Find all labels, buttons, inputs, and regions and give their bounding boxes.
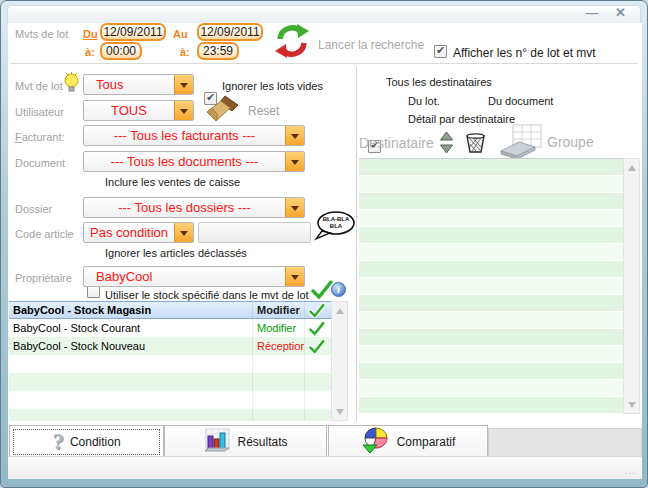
recipient-column-header: Destinataire bbox=[359, 135, 434, 151]
recipient-list[interactable] bbox=[359, 158, 623, 414]
date-to-field[interactable]: 12/09/2011 bbox=[197, 23, 263, 41]
list-item[interactable] bbox=[359, 176, 623, 193]
recipient-list-scrollbar[interactable] bbox=[623, 158, 640, 414]
document-select[interactable]: --- Tous les documents --- bbox=[83, 151, 305, 172]
list-item[interactable] bbox=[359, 261, 623, 278]
panel-divider bbox=[356, 67, 357, 421]
lightbulb-icon[interactable] bbox=[63, 72, 80, 99]
pie-chart-icon bbox=[361, 427, 391, 457]
mvt-de-lot-select[interactable]: Tous bbox=[83, 74, 194, 95]
table-row[interactable] bbox=[9, 409, 331, 421]
scroll-down-icon[interactable] bbox=[628, 402, 636, 412]
trash-icon[interactable] bbox=[464, 132, 487, 158]
focus-rect bbox=[13, 429, 160, 455]
mvt-de-lot-label: Mvt de lot bbox=[15, 80, 63, 92]
owner-select[interactable]: BabyCool bbox=[83, 266, 305, 287]
code-article-input[interactable] bbox=[198, 222, 311, 243]
time-from-field[interactable]: 00:00 bbox=[100, 42, 142, 60]
launch-search-label[interactable]: Lancer la recherche bbox=[318, 38, 424, 52]
info-icon[interactable]: i bbox=[331, 282, 346, 297]
status-bar: ... bbox=[8, 456, 642, 479]
list-item[interactable] bbox=[359, 380, 623, 397]
dossier-select[interactable]: --- Tous les dossiers --- bbox=[83, 197, 305, 218]
list-item[interactable] bbox=[359, 346, 623, 363]
svg-text:BLA: BLA bbox=[330, 223, 343, 229]
list-item[interactable] bbox=[359, 278, 623, 295]
dropdown-arrow-icon[interactable] bbox=[174, 75, 193, 94]
list-item[interactable] bbox=[359, 210, 623, 227]
du-lot-label: Du lot. bbox=[408, 95, 440, 107]
list-item[interactable] bbox=[359, 363, 623, 380]
dropdown-arrow-icon[interactable] bbox=[285, 267, 304, 286]
ignore-declassed-label: Ignorer les articles déclassés bbox=[105, 247, 247, 259]
user-label: Utilisateur bbox=[15, 106, 64, 118]
blabla-bubble-icon[interactable]: BLA-BLA BLA bbox=[314, 210, 356, 246]
document-label: Document bbox=[15, 157, 65, 169]
scroll-up-icon[interactable] bbox=[336, 304, 344, 314]
reset-brush-icon[interactable] bbox=[204, 94, 240, 128]
dropdown-arrow-icon[interactable] bbox=[285, 198, 304, 217]
list-item[interactable] bbox=[359, 329, 623, 346]
tab-resultats[interactable]: Résultats bbox=[164, 425, 327, 458]
tab-comparatif[interactable]: Comparatif bbox=[328, 425, 488, 458]
bar-chart-icon bbox=[203, 427, 231, 457]
refresh-search-icon[interactable] bbox=[272, 21, 312, 65]
svg-text:BLA-BLA: BLA-BLA bbox=[323, 216, 350, 222]
scroll-up-icon[interactable] bbox=[628, 161, 636, 171]
titlebar bbox=[7, 5, 641, 23]
dropdown-arrow-icon[interactable] bbox=[174, 101, 193, 120]
table-row[interactable] bbox=[9, 355, 331, 373]
facturant-label: Facturant: bbox=[15, 131, 65, 143]
window: — ✕ Mvts de lot Du 12/09/2011 Au 12/09/2… bbox=[0, 0, 648, 488]
owner-label: Propriétaire bbox=[15, 272, 72, 284]
dossier-label: Dossier bbox=[15, 203, 52, 215]
show-lot-numbers-label: Afficher les n° de lot et mvt bbox=[453, 46, 596, 60]
du-document-label: Du document bbox=[488, 95, 553, 107]
user-select[interactable]: TOUS bbox=[83, 100, 194, 121]
time-from-label: à: bbox=[85, 46, 95, 58]
facturant-select[interactable]: --- Tous les facturants --- bbox=[83, 125, 305, 146]
list-item[interactable] bbox=[359, 159, 623, 176]
ignore-empty-lots-label: Ignorer les lots vides bbox=[222, 80, 323, 92]
include-cash-sales-label: Inclure les ventes de caisse bbox=[105, 176, 240, 188]
close-button[interactable]: ✕ bbox=[615, 6, 626, 20]
list-item[interactable] bbox=[359, 397, 623, 414]
table-row[interactable]: BabyCool - Stock NouveauRéceptionr bbox=[9, 337, 331, 355]
mvts-de-lot-label: Mvts de lot bbox=[15, 28, 68, 40]
list-item[interactable] bbox=[359, 193, 623, 210]
table-row[interactable]: BabyCool - Stock CourantModifier bbox=[9, 319, 331, 337]
date-to-label[interactable]: Au bbox=[173, 28, 188, 40]
scroll-down-icon[interactable] bbox=[336, 409, 344, 419]
dropdown-arrow-icon[interactable] bbox=[174, 223, 193, 242]
all-recipients-label: Tous les destinataires bbox=[386, 76, 492, 88]
stock-table-scrollbar[interactable] bbox=[331, 301, 348, 421]
list-item[interactable] bbox=[359, 244, 623, 261]
top-separator bbox=[11, 63, 638, 64]
table-row[interactable] bbox=[9, 391, 331, 409]
list-item[interactable] bbox=[359, 295, 623, 312]
list-item[interactable] bbox=[359, 312, 623, 329]
tabstrip-filler bbox=[488, 428, 642, 458]
resize-grip[interactable]: ... bbox=[625, 465, 636, 476]
time-to-label: à: bbox=[180, 46, 190, 58]
group-column-header: Groupe bbox=[547, 134, 594, 150]
date-from-field[interactable]: 12/09/2011 bbox=[100, 23, 166, 41]
tab-condition[interactable]: ? Condition bbox=[9, 425, 164, 458]
list-item[interactable] bbox=[359, 227, 623, 244]
minimize-button[interactable]: — bbox=[586, 6, 598, 20]
time-to-field[interactable]: 23:59 bbox=[197, 42, 239, 60]
table-row[interactable]: BabyCool - Stock MagasinModifier bbox=[9, 301, 331, 319]
reset-label[interactable]: Reset bbox=[248, 104, 279, 118]
use-specified-stock-label: Utiliser le stock spécifié dans le mvt d… bbox=[105, 289, 309, 301]
dropdown-arrow-icon[interactable] bbox=[285, 126, 304, 145]
code-article-label: Code article bbox=[15, 228, 74, 240]
dropdown-arrow-icon[interactable] bbox=[285, 152, 304, 171]
stock-table: BabyCool - Stock MagasinModifierBabyCool… bbox=[9, 301, 331, 421]
sort-updown-icon[interactable] bbox=[439, 131, 454, 158]
code-article-select[interactable]: Pas condition bbox=[83, 222, 194, 243]
table-row[interactable] bbox=[9, 373, 331, 391]
show-lot-numbers-checkbox[interactable] bbox=[434, 45, 447, 58]
date-from-link[interactable]: Du bbox=[83, 28, 98, 40]
